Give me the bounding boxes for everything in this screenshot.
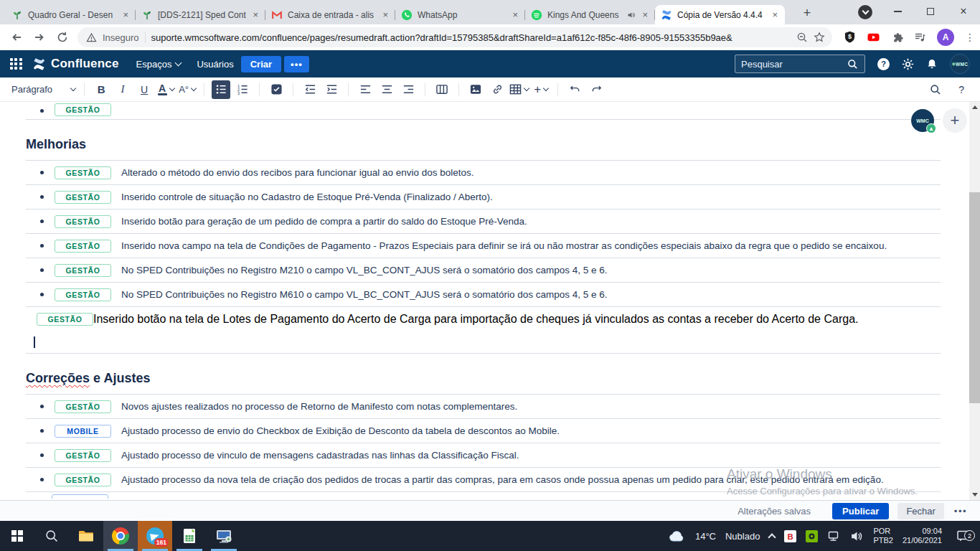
notifications-bell-icon[interactable] (926, 58, 938, 70)
create-button[interactable]: Criar (241, 56, 281, 72)
outdent-button[interactable] (301, 80, 319, 99)
section-heading[interactable]: Correções e Ajustes (26, 371, 941, 386)
reload-button[interactable] (56, 31, 69, 44)
gestão-badge[interactable]: GESTÃO (55, 240, 111, 253)
action-center-button[interactable]: 2 (951, 529, 976, 542)
item-text[interactable]: Inserido controle de situação no Cadastr… (121, 192, 493, 202)
gestão-badge[interactable]: GESTÃO (37, 313, 93, 326)
gestão-badge[interactable]: GESTÃO (55, 166, 111, 179)
extensions-puzzle-icon[interactable] (891, 32, 903, 44)
search-icon[interactable] (847, 59, 858, 70)
language-indicator[interactable]: PORPTB2 (873, 527, 893, 545)
taskbar-chrome-button[interactable] (103, 521, 138, 551)
item-text[interactable]: No SPED Contribuições no Registro M210 o… (121, 265, 608, 276)
tray-b-app-icon[interactable]: B (784, 530, 796, 542)
browser-tab[interactable]: Quadro Geral - Desen× (6, 5, 136, 24)
browser-tab[interactable]: [DDS-2121] Sped Cont× (136, 5, 265, 24)
item-text[interactable]: Ajustado processo de envio do Checkbox d… (121, 425, 560, 436)
back-button[interactable] (10, 31, 23, 44)
list-item[interactable]: GESTÃOInserido botão para geração de um … (26, 209, 941, 234)
undo-button[interactable] (565, 80, 584, 99)
scroll-up-arrow[interactable] (969, 102, 980, 113)
clock-indicator[interactable]: 09:0421/06/2021 (903, 527, 942, 545)
align-left-button[interactable] (356, 80, 374, 99)
search-input[interactable] (741, 59, 842, 70)
bullet-list-button[interactable] (212, 80, 230, 99)
network-tray-icon[interactable] (827, 530, 841, 542)
editor-content[interactable]: GESTÃOMelhoriasGESTÃOAlterado o método d… (0, 102, 969, 500)
numbered-list-button[interactable]: 123 (233, 80, 252, 99)
tab-close-icon[interactable]: × (771, 9, 779, 20)
start-button[interactable] (0, 521, 34, 551)
page-layout-button[interactable] (433, 80, 451, 99)
bold-button[interactable]: B (92, 80, 110, 99)
list-item[interactable]: GESTÃOAlterado o método do envio dos rec… (26, 161, 941, 185)
taskbar-search-button[interactable] (34, 521, 69, 551)
align-right-button[interactable] (399, 80, 418, 99)
item-text[interactable]: No SPED Contribuições no Registro M610 o… (121, 289, 608, 300)
url-text[interactable]: suporte.wmcsoftware.com/confluence/pages… (151, 32, 791, 43)
user-avatar[interactable]: ◈WMC (950, 54, 970, 74)
editor-help-icon[interactable]: ? (958, 84, 964, 95)
create-more-button[interactable]: ••• (284, 56, 309, 72)
item-text[interactable]: Ajustado processo da nova tela de criaçã… (121, 474, 884, 485)
taskbar-remote-desktop-button[interactable] (207, 521, 241, 551)
weather-condition[interactable]: Nublado (725, 531, 760, 542)
list-item-partial[interactable]: GESTÃO (26, 102, 941, 120)
insert-more-dropdown[interactable]: + (532, 80, 550, 99)
underline-button[interactable]: U (135, 80, 154, 99)
weather-cloud-icon[interactable] (667, 529, 686, 543)
footer-more-button[interactable]: ••• (954, 506, 967, 517)
list-item[interactable]: GESTÃOAjustado processo da nova tela de … (26, 468, 941, 492)
bookmark-star-icon[interactable] (814, 32, 825, 43)
list-item[interactable]: GESTÃOInserido nova campo na tela de Con… (26, 234, 941, 258)
list-item[interactable]: GESTÃONo SPED Contribuições no Registro … (26, 283, 941, 307)
taskbar-calc-button[interactable] (172, 521, 207, 551)
insert-link-button[interactable] (488, 80, 507, 99)
publish-button[interactable]: Publicar (832, 503, 889, 519)
app-switcher-icon[interactable] (10, 58, 22, 70)
mobile-badge[interactable]: MOBILE (55, 425, 111, 438)
gestão-badge[interactable]: GESTÃO (55, 264, 111, 277)
tab-audio-icon[interactable] (627, 11, 636, 19)
forward-button[interactable] (33, 31, 46, 44)
gestão-badge[interactable]: GESTÃO (55, 215, 111, 228)
gestão-badge[interactable]: GESTÃO (55, 191, 111, 204)
gestão-badge[interactable]: GESTÃO (55, 400, 111, 413)
chrome-profile-avatar[interactable]: A (937, 29, 954, 46)
music-queue-extension-icon[interactable] (914, 32, 926, 43)
gestão-badge[interactable]: GESTÃO (55, 288, 111, 301)
tab-close-icon[interactable]: × (511, 9, 519, 20)
item-text[interactable]: Alterado o método do envio dos recibos p… (121, 167, 474, 178)
nav-users[interactable]: Usuários (197, 59, 233, 70)
item-text[interactable]: Inserido nova campo na tela de Condições… (121, 240, 887, 251)
gestão-badge[interactable]: GESTÃO (55, 449, 111, 462)
formatting-more-dropdown[interactable]: A° (178, 80, 197, 99)
not-secure-warning-icon[interactable] (86, 32, 97, 43)
page-scrollbar[interactable] (969, 102, 980, 500)
nav-spaces[interactable]: Espaços (136, 59, 182, 70)
browser-tab[interactable]: Cópia de Versão 4.4.4× (655, 5, 785, 24)
list-item[interactable]: GESTÃOAjustado processo de vinculo de me… (26, 443, 941, 468)
gestão-badge[interactable]: GESTÃO (55, 103, 111, 116)
window-maximize-button[interactable] (914, 0, 947, 23)
align-center-button[interactable] (377, 80, 396, 99)
zoom-out-icon[interactable] (796, 32, 808, 43)
browser-tab[interactable]: Kings And Queens× (525, 5, 655, 24)
section-heading[interactable]: Melhorias (26, 137, 941, 152)
global-search-box[interactable] (735, 55, 865, 73)
tab-close-icon[interactable]: × (381, 9, 390, 20)
italic-button[interactable]: I (113, 80, 132, 99)
list-item[interactable]: GESTÃOInserido controle de situação no C… (26, 185, 941, 209)
inline-comment-avatar[interactable]: WMC▲ (911, 109, 934, 132)
paragraph-style-dropdown[interactable]: Parágrafo (11, 84, 75, 95)
security-label[interactable]: Inseguro (103, 32, 139, 43)
find-in-editor-icon[interactable] (930, 84, 941, 95)
new-tab-button[interactable]: + (798, 4, 816, 22)
file-explorer-button[interactable] (69, 521, 103, 551)
add-inline-comment-button[interactable]: + (943, 108, 967, 133)
help-icon[interactable]: ? (877, 58, 890, 70)
item-text[interactable]: Inserido botão para geração de um pedido… (121, 216, 527, 227)
weather-temp[interactable]: 14°C (695, 531, 716, 542)
text-color-dropdown[interactable]: A (156, 80, 175, 99)
